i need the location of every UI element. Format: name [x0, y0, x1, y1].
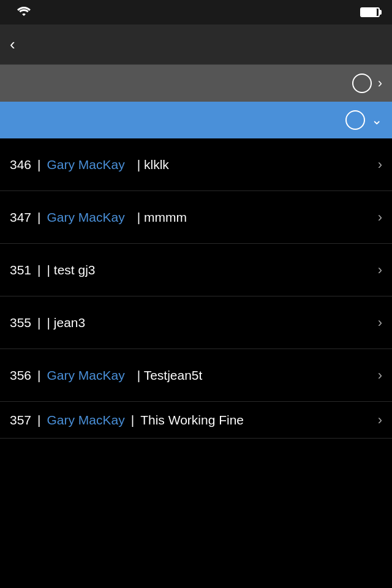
- partial-item-content: 357 | Gary MacKay | This Working Fine: [10, 413, 378, 428]
- item-task: | jean3: [47, 315, 86, 330]
- item-content: 356 | Gary MacKay | Testjean5t: [10, 368, 378, 383]
- wifi-icon: [17, 6, 31, 19]
- back-button[interactable]: ‹: [10, 37, 18, 52]
- item-chevron-icon: ›: [378, 262, 382, 278]
- item-task: | Testjean5t: [137, 368, 203, 383]
- item-id: 347: [10, 210, 31, 225]
- item-id: 346: [10, 157, 31, 172]
- item-chevron-icon: ›: [378, 315, 382, 331]
- partial-list-item[interactable]: 357 | Gary MacKay | This Working Fine ›: [0, 402, 392, 439]
- status-bar: [0, 0, 392, 24]
- status-left: [12, 6, 31, 19]
- nav-bar: ‹: [0, 24, 392, 65]
- list-item[interactable]: 355 | | jean3 ›: [0, 296, 392, 349]
- done-section-right: ›: [352, 74, 382, 93]
- partial-item-id: 357: [10, 413, 31, 428]
- done-count-badge: [352, 74, 372, 93]
- battery-icon: [360, 7, 380, 17]
- item-id: 355: [10, 315, 31, 330]
- overdue-count-badge: [345, 110, 365, 130]
- item-content: 355 | | jean3: [10, 315, 378, 330]
- item-id: 356: [10, 368, 31, 383]
- list-item[interactable]: 351 | | test gj3 ›: [0, 244, 392, 296]
- item-chevron-icon: ›: [378, 209, 382, 225]
- item-task: | klklk: [137, 157, 169, 172]
- item-chevron-icon: ›: [378, 157, 382, 173]
- item-name: Gary MacKay: [47, 210, 125, 225]
- item-chevron-icon: ›: [378, 368, 382, 383]
- item-content: 351 | | test gj3: [10, 263, 378, 277]
- list-item[interactable]: 347 | Gary MacKay | mmmm ›: [0, 191, 392, 244]
- overdue-chevron-down-icon: ⌄: [371, 112, 382, 128]
- task-list: 346 | Gary MacKay | klklk › 347 | Gary M…: [0, 138, 392, 402]
- item-id: 351: [10, 263, 31, 277]
- done-chevron-right-icon: ›: [378, 75, 382, 91]
- overdue-section-right: ⌄: [345, 110, 382, 130]
- item-content: 347 | Gary MacKay | mmmm: [10, 210, 378, 225]
- partial-item-name: Gary MacKay: [47, 413, 125, 428]
- list-item[interactable]: 346 | Gary MacKay | klklk ›: [0, 138, 392, 191]
- back-chevron-icon: ‹: [10, 36, 15, 52]
- item-content: 346 | Gary MacKay | klklk: [10, 157, 378, 172]
- list-item[interactable]: 356 | Gary MacKay | Testjean5t ›: [0, 349, 392, 402]
- item-task: | mmmm: [137, 210, 187, 225]
- partial-item-chevron-icon: ›: [378, 412, 382, 428]
- item-name: Gary MacKay: [47, 368, 125, 383]
- item-task: | test gj3: [47, 263, 96, 277]
- item-name: Gary MacKay: [47, 157, 125, 172]
- partial-item-task: This Working Fine: [140, 413, 244, 428]
- status-right: [360, 7, 380, 17]
- overdue-section-header[interactable]: ⌄: [0, 102, 392, 138]
- done-section-header[interactable]: ›: [0, 65, 392, 102]
